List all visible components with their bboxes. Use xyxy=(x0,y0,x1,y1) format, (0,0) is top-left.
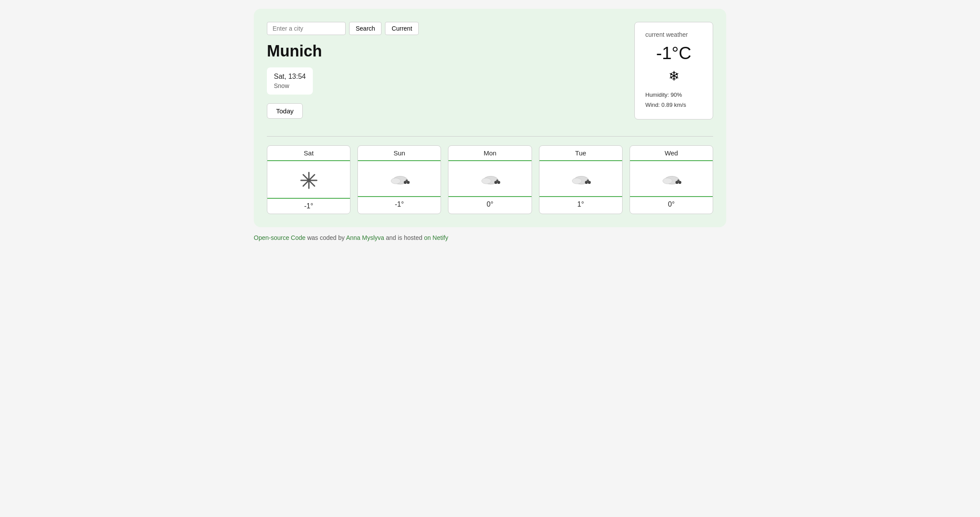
forecast-icon xyxy=(388,161,410,196)
forecast-day: Sat xyxy=(267,146,350,161)
forecast-card: Mon0° xyxy=(448,145,532,214)
snow-icon: ❄ xyxy=(645,68,702,84)
footer-text3: and is hosted xyxy=(386,234,424,241)
forecast-icon xyxy=(660,161,682,196)
forecast-card: Sat-1° xyxy=(267,145,350,214)
current-info-box: Sat, 13:54 Snow xyxy=(267,67,313,95)
forecast-card: Tue1° xyxy=(539,145,623,214)
svg-point-19 xyxy=(588,181,591,184)
author-link[interactable]: Anna Myslyva xyxy=(346,234,384,241)
svg-point-24 xyxy=(679,181,682,184)
forecast-row: Sat-1°Sun-1°Mon0°Tue1°Wed0° xyxy=(267,145,713,214)
forecast-icon xyxy=(479,161,501,196)
svg-point-11 xyxy=(482,178,491,184)
main-card: Search Current Munich Sat, 13:54 Snow To… xyxy=(254,9,726,227)
humidity-text: Humidity: 90% xyxy=(645,90,702,100)
app-container: Search Current Munich Sat, 13:54 Snow To… xyxy=(245,0,735,257)
wind-text: Wind: 0.89 km/s xyxy=(645,100,702,110)
forecast-temp: 0° xyxy=(630,196,713,212)
footer: Open-source Code was coded by Anna Mysly… xyxy=(254,227,726,248)
svg-point-14 xyxy=(497,181,500,184)
forecast-icon xyxy=(300,161,318,198)
search-button[interactable]: Search xyxy=(349,22,382,35)
footer-text2: was coded by xyxy=(307,234,346,241)
svg-point-16 xyxy=(572,178,582,184)
current-condition: Snow xyxy=(274,82,306,89)
search-input[interactable] xyxy=(267,22,346,35)
current-weather-temp: -1°C xyxy=(645,43,702,63)
current-weather-label: current weather xyxy=(645,31,702,38)
today-button[interactable]: Today xyxy=(267,103,303,119)
open-source-link[interactable]: Open-source Code xyxy=(254,234,305,241)
forecast-temp: -1° xyxy=(358,196,441,212)
svg-point-9 xyxy=(406,181,410,184)
svg-point-21 xyxy=(663,178,672,184)
forecast-day: Wed xyxy=(630,146,713,161)
forecast-temp: 1° xyxy=(539,196,622,212)
forecast-temp: -1° xyxy=(267,198,350,214)
divider xyxy=(267,136,713,137)
forecast-day: Sun xyxy=(358,146,441,161)
forecast-day: Mon xyxy=(448,146,531,161)
current-button[interactable]: Current xyxy=(385,22,419,35)
svg-point-6 xyxy=(391,178,401,184)
forecast-card: Wed0° xyxy=(630,145,713,214)
forecast-icon xyxy=(570,161,592,196)
forecast-day: Tue xyxy=(539,146,622,161)
current-datetime: Sat, 13:54 xyxy=(274,73,306,81)
forecast-temp: 0° xyxy=(448,196,531,212)
svg-point-4 xyxy=(307,179,311,182)
forecast-card: Sun-1° xyxy=(357,145,441,214)
netify-link[interactable]: on Netify xyxy=(424,234,448,241)
current-weather-panel: current weather -1°C ❄ Humidity: 90% Win… xyxy=(634,22,713,120)
current-weather-details: Humidity: 90% Wind: 0.89 km/s xyxy=(645,90,702,110)
